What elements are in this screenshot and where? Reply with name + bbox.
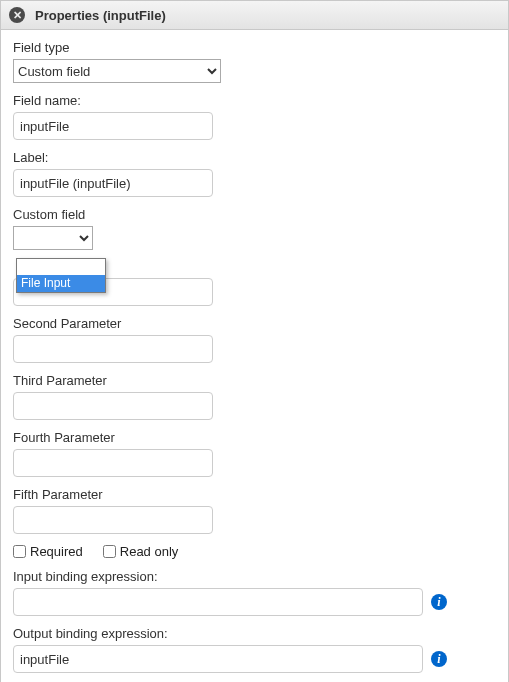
input-binding-label: Input binding expression: (13, 569, 496, 584)
output-binding-input[interactable] (13, 645, 423, 673)
custom-field-option-blank[interactable] (17, 259, 105, 275)
required-checkbox-wrap[interactable]: Required (13, 544, 83, 559)
output-binding-label: Output binding expression: (13, 626, 496, 641)
info-icon[interactable]: i (431, 651, 447, 667)
field-name-input[interactable] (13, 112, 213, 140)
required-label: Required (30, 544, 83, 559)
custom-field-option-file-input[interactable]: File Input (17, 275, 105, 292)
titlebar: ✕ Properties (inputFile) (1, 1, 508, 30)
readonly-checkbox[interactable] (103, 545, 116, 558)
third-parameter-input[interactable] (13, 392, 213, 420)
info-icon[interactable]: i (431, 594, 447, 610)
fifth-parameter-input[interactable] (13, 506, 213, 534)
second-parameter-input[interactable] (13, 335, 213, 363)
field-name-label: Field name: (13, 93, 496, 108)
label-label: Label: (13, 150, 496, 165)
readonly-label: Read only (120, 544, 179, 559)
fourth-parameter-input[interactable] (13, 449, 213, 477)
second-parameter-label: Second Parameter (13, 316, 496, 331)
required-checkbox[interactable] (13, 545, 26, 558)
close-icon[interactable]: ✕ (9, 7, 25, 23)
dialog-title: Properties (inputFile) (35, 8, 166, 23)
readonly-checkbox-wrap[interactable]: Read only (103, 544, 179, 559)
fifth-parameter-label: Fifth Parameter (13, 487, 496, 502)
dialog-body: Field type Custom field Field name: Labe… (1, 30, 508, 682)
label-input[interactable] (13, 169, 213, 197)
custom-field-select[interactable] (13, 226, 93, 250)
custom-field-label: Custom field (13, 207, 496, 222)
third-parameter-label: Third Parameter (13, 373, 496, 388)
input-binding-input[interactable] (13, 588, 423, 616)
field-type-select[interactable]: Custom field (13, 59, 221, 83)
fourth-parameter-label: Fourth Parameter (13, 430, 496, 445)
custom-field-dropdown: File Input (16, 258, 106, 293)
properties-dialog: ✕ Properties (inputFile) Field type Cust… (0, 0, 509, 682)
field-type-label: Field type (13, 40, 496, 55)
